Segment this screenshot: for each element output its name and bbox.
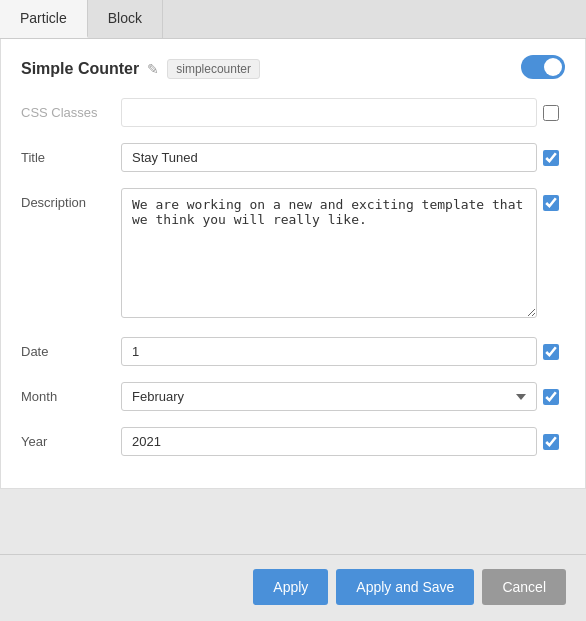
header-row: Simple Counter ✎ simplecounter [21,55,565,82]
apply-button[interactable]: Apply [253,569,328,605]
css-classes-control [121,98,537,127]
toggle-container[interactable] [521,55,565,82]
year-label: Year [21,427,121,449]
month-row: Month January February March April May J… [21,382,565,415]
year-row: Year [21,427,565,460]
title-input[interactable] [121,143,537,172]
css-classes-checkbox[interactable] [543,105,559,121]
title-checkbox[interactable] [543,150,559,166]
year-input[interactable] [121,427,537,456]
title-checkbox-container [537,143,565,166]
date-control [121,337,537,366]
year-checkbox-container [537,427,565,450]
month-checkbox-container [537,382,565,405]
date-input[interactable] [121,337,537,366]
css-classes-checkbox-container [537,98,565,121]
title-control [121,143,537,172]
title-row: Title [21,143,565,176]
footer: Apply Apply and Save Cancel [0,554,586,619]
description-control: We are working on a new and exciting tem… [121,188,537,321]
month-control: January February March April May June Ju… [121,382,537,411]
description-checkbox-container [537,188,565,211]
enabled-toggle[interactable] [521,55,565,79]
title-label: Title [21,143,121,165]
tab-block[interactable]: Block [88,0,163,38]
description-checkbox[interactable] [543,195,559,211]
toggle-slider [521,55,565,79]
css-classes-input[interactable] [121,98,537,127]
description-textarea[interactable]: We are working on a new and exciting tem… [121,188,537,318]
date-label: Date [21,337,121,359]
cancel-button[interactable]: Cancel [482,569,566,605]
edit-icon[interactable]: ✎ [147,61,159,77]
month-select[interactable]: January February March April May June Ju… [121,382,537,411]
month-label: Month [21,382,121,404]
description-label: Description [21,188,121,210]
date-checkbox-container [537,337,565,360]
main-content: Simple Counter ✎ simplecounter CSS Class… [0,39,586,619]
particle-title: Simple Counter [21,60,139,78]
tab-particle[interactable]: Particle [0,0,88,38]
form-panel: Simple Counter ✎ simplecounter CSS Class… [0,39,586,489]
apply-save-button[interactable]: Apply and Save [336,569,474,605]
month-checkbox[interactable] [543,389,559,405]
css-classes-label: CSS Classes [21,98,121,120]
year-checkbox[interactable] [543,434,559,450]
css-classes-row: CSS Classes [21,98,565,131]
date-checkbox[interactable] [543,344,559,360]
tab-bar: Particle Block [0,0,586,39]
particle-badge: simplecounter [167,59,260,79]
date-row: Date [21,337,565,370]
description-row: Description We are working on a new and … [21,188,565,325]
year-control [121,427,537,456]
